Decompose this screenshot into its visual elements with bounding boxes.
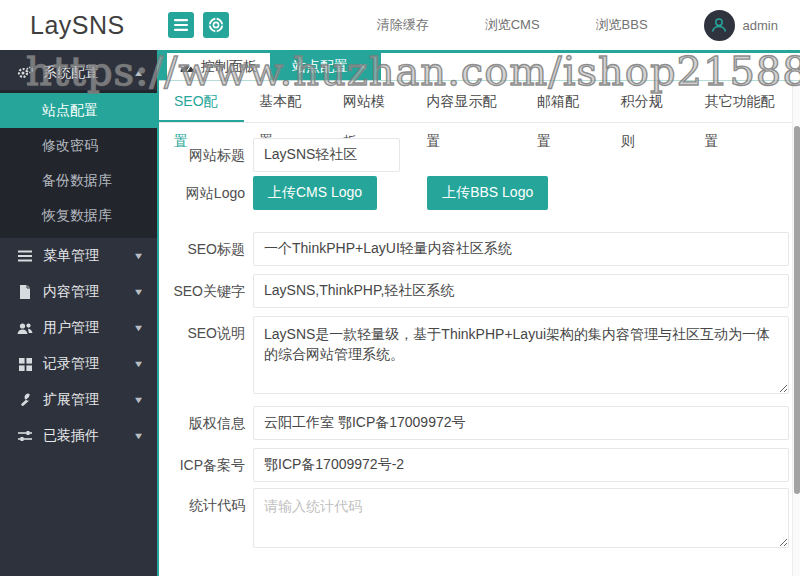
- caret-down-icon: ▼: [133, 323, 145, 333]
- collapse-menu-button[interactable]: [168, 12, 194, 38]
- hamburger-icon: [174, 19, 188, 31]
- caret-down-icon: ▼: [133, 287, 145, 297]
- header-nav: 清除缓存 浏览CMS 浏览BBS: [377, 16, 648, 34]
- seo-title-label: SEO标题: [159, 232, 245, 266]
- tab-label: 站点配置: [292, 58, 348, 76]
- copyright-label: 版权信息: [159, 406, 245, 440]
- icp-number-input[interactable]: [253, 448, 789, 482]
- sidebar-item-menu-manage[interactable]: 菜单管理 ▼: [0, 238, 157, 274]
- seo-config-form: 网站标题 网站Logo 上传CMS Logo 上传BBS Logo SEO标题: [159, 123, 800, 548]
- wrench-icon: [16, 393, 34, 407]
- caret-down-icon: ▼: [133, 359, 145, 369]
- users-icon: [16, 322, 34, 335]
- subtab-site-template[interactable]: 网站模板: [328, 81, 412, 122]
- person-icon: [710, 16, 728, 34]
- seo-keywords-label: SEO关键字: [159, 274, 245, 308]
- sidebar-subitem-restore-db[interactable]: 恢复数据库: [0, 198, 157, 233]
- tab-bar: 控制面板 站点配置 ×: [159, 50, 800, 81]
- site-title-label: 网站标题: [159, 138, 245, 172]
- seo-description-label: SEO说明: [159, 316, 245, 394]
- nav-browse-cms[interactable]: 浏览CMS: [485, 16, 540, 34]
- stats-code-textarea[interactable]: [253, 488, 789, 548]
- sidebar-item-record-manage[interactable]: 记录管理 ▼: [0, 346, 157, 382]
- sidebar-submenu: 站点配置 修改密码 备份数据库 恢复数据库: [0, 90, 157, 238]
- grid-icon: [16, 358, 34, 371]
- caret-up-icon: ▲: [133, 68, 145, 78]
- icp-number-label: ICP备案号: [159, 448, 245, 482]
- seo-description-textarea[interactable]: LaySNS是一款轻量级，基于ThinkPHP+Layui架构的集内容管理与社区…: [253, 316, 789, 394]
- subtab-seo-config[interactable]: SEO配置: [159, 81, 244, 122]
- site-title-input[interactable]: [253, 138, 400, 172]
- sidebar-item-label: 记录管理: [43, 355, 99, 373]
- sidebar-item-label: 用户管理: [43, 319, 99, 337]
- config-subtabs: SEO配置 基本配置 网站模板 内容显示配置 邮箱配置 积分规则 其它功能配置: [159, 81, 800, 123]
- caret-down-icon: ▼: [133, 431, 145, 441]
- nav-browse-bbs[interactable]: 浏览BBS: [596, 16, 648, 34]
- seo-title-input[interactable]: [253, 232, 789, 266]
- sidebar-item-extension-manage[interactable]: 扩展管理 ▼: [0, 382, 157, 418]
- plugins-icon: [16, 430, 34, 442]
- user-menu[interactable]: admin: [704, 10, 778, 41]
- dashboard-icon: [180, 61, 194, 73]
- lifering-icon: [208, 17, 224, 33]
- subtab-other-functions[interactable]: 其它功能配置: [689, 81, 800, 122]
- tab-label: 控制面板: [201, 58, 257, 76]
- menu-icon: [16, 250, 34, 262]
- sidebar-item-content-manage[interactable]: 内容管理 ▼: [0, 274, 157, 310]
- sidebar-item-label: 系统配置: [43, 64, 99, 82]
- gears-icon: [16, 66, 34, 80]
- caret-down-icon: ▼: [133, 251, 145, 261]
- tab-dashboard[interactable]: 控制面板: [167, 53, 270, 80]
- subtab-mail-config[interactable]: 邮箱配置: [522, 81, 606, 122]
- site-logo-label: 网站Logo: [159, 176, 245, 210]
- subtab-content-display[interactable]: 内容显示配置: [412, 81, 523, 122]
- seo-keywords-input[interactable]: [253, 274, 789, 308]
- close-icon[interactable]: ×: [359, 59, 367, 74]
- laysns-admin: https://www.huzhan.com/ishop21588 LaySNS…: [0, 0, 800, 576]
- username: admin: [743, 18, 778, 33]
- avatar: [704, 10, 735, 41]
- upload-bbs-logo-button[interactable]: 上传BBS Logo: [427, 176, 548, 210]
- sidebar-item-label: 已装插件: [43, 427, 99, 445]
- upload-cms-logo-button[interactable]: 上传CMS Logo: [253, 176, 377, 210]
- sidebar-item-system-config[interactable]: 系统配置 ▲: [0, 56, 157, 90]
- header: LaySNS 清除缓存 浏览CMS 浏览BBS: [0, 0, 800, 50]
- stats-code-label: 统计代码: [159, 488, 245, 548]
- copyright-input[interactable]: [253, 406, 789, 440]
- sidebar-item-label: 菜单管理: [43, 247, 99, 265]
- logo: LaySNS: [0, 11, 157, 40]
- content-panel: 控制面板 站点配置 × SEO配置 基本配置 网站模板 内容显示配置 邮箱配置 …: [157, 50, 800, 576]
- subtab-basic-config[interactable]: 基本配置: [244, 81, 328, 122]
- content-scrollbar[interactable]: [792, 81, 800, 576]
- scrollbar-thumb[interactable]: [794, 126, 800, 494]
- sidebar-item-label: 扩展管理: [43, 391, 99, 409]
- sidebar-subitem-site-config[interactable]: 站点配置: [0, 93, 157, 128]
- nav-clear-cache[interactable]: 清除缓存: [377, 16, 429, 34]
- sidebar-item-installed-plugins[interactable]: 已装插件 ▼: [0, 418, 157, 454]
- document-icon: [16, 285, 34, 299]
- sidebar-item-label: 内容管理: [43, 283, 99, 301]
- sidebar-subitem-change-password[interactable]: 修改密码: [0, 128, 157, 163]
- sidebar: 系统配置 ▲ 站点配置 修改密码 备份数据库 恢复数据库 菜单管理 ▼: [0, 50, 157, 576]
- sidebar-item-user-manage[interactable]: 用户管理 ▼: [0, 310, 157, 346]
- subtab-points-rules[interactable]: 积分规则: [606, 81, 690, 122]
- sidebar-subitem-backup-db[interactable]: 备份数据库: [0, 163, 157, 198]
- caret-down-icon: ▼: [133, 395, 145, 405]
- tab-site-config[interactable]: 站点配置 ×: [280, 53, 381, 80]
- refresh-button[interactable]: [203, 12, 229, 38]
